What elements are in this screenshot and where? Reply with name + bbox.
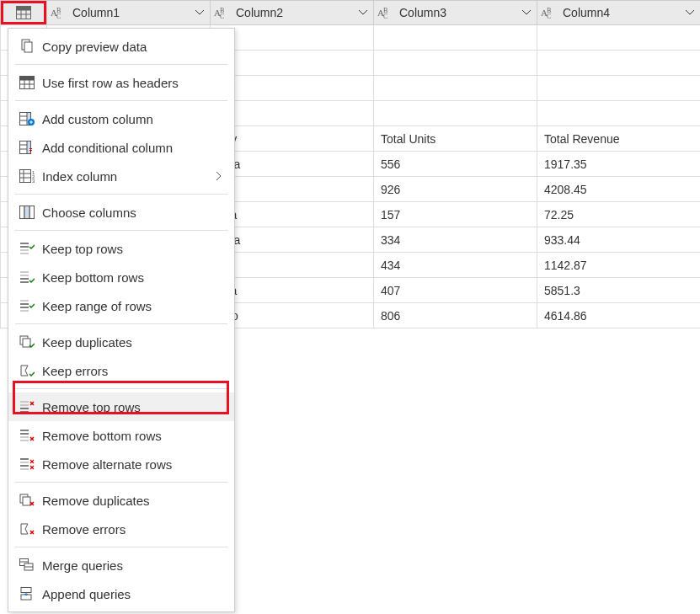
table-cell[interactable]: Total Units xyxy=(374,126,537,152)
svg-rect-78 xyxy=(21,588,31,593)
menu-choose-columns[interactable]: Choose columns xyxy=(8,198,234,227)
menu-label: Remove duplicates xyxy=(37,494,226,508)
table-cell[interactable] xyxy=(537,101,701,126)
menu-merge-queries[interactable]: Merge queries xyxy=(8,551,234,579)
menu-label: Keep top rows xyxy=(37,242,226,256)
table-cell[interactable]: Total Revenue xyxy=(537,126,701,152)
menu-separator xyxy=(15,482,227,483)
menu-index-column[interactable]: 123 Index column xyxy=(8,162,234,190)
column-name: Column2 xyxy=(232,6,355,19)
menu-keep-range-of-rows[interactable]: Keep range of rows xyxy=(8,291,234,320)
text-type-icon: ABC xyxy=(212,6,232,19)
table-cell[interactable]: 4208.45 xyxy=(537,177,701,202)
keep-range-rows-icon xyxy=(17,299,37,312)
table-cell[interactable]: 1142.87 xyxy=(537,253,701,278)
table-cell[interactable] xyxy=(537,25,701,51)
menu-keep-errors[interactable]: Keep errors xyxy=(8,356,234,385)
menu-remove-errors[interactable]: Remove errors xyxy=(8,515,234,543)
menu-label: Keep bottom rows xyxy=(37,270,226,285)
menu-label: Remove top rows xyxy=(37,400,226,414)
table-cell[interactable]: 806 xyxy=(374,303,537,328)
table-cell[interactable] xyxy=(374,25,537,51)
append-queries-icon xyxy=(17,587,37,601)
column-filter-dropdown[interactable] xyxy=(191,4,208,21)
column-header-1[interactable]: ABC Column1 xyxy=(47,1,211,25)
menu-separator xyxy=(15,100,227,101)
table-cell[interactable]: 926 xyxy=(374,177,537,202)
menu-label: Keep errors xyxy=(37,364,226,378)
menu-label: Remove bottom rows xyxy=(37,429,226,443)
column-header-4[interactable]: ABC Column4 xyxy=(537,1,701,25)
menu-add-custom-column[interactable]: Add custom column xyxy=(8,104,234,133)
add-custom-column-icon xyxy=(17,112,37,125)
table-cell[interactable]: 157 xyxy=(374,202,537,227)
column-header-2[interactable]: ABC Column2 xyxy=(211,1,374,25)
svg-text:C: C xyxy=(56,13,61,19)
column-name: Column4 xyxy=(559,6,681,19)
menu-add-conditional-column[interactable]: Add conditional column xyxy=(8,133,234,162)
remove-duplicates-icon xyxy=(17,494,37,507)
menu-separator xyxy=(15,64,227,65)
table-cell[interactable]: 1917.35 xyxy=(537,152,701,177)
svg-rect-19 xyxy=(24,42,32,52)
table-menu-cell[interactable] xyxy=(1,1,47,25)
keep-errors-icon xyxy=(17,364,37,377)
menu-keep-top-rows[interactable]: Keep top rows xyxy=(8,234,234,263)
svg-text:C: C xyxy=(547,13,551,19)
menu-label: Keep duplicates xyxy=(37,335,226,350)
keep-duplicates-icon xyxy=(17,335,37,349)
remove-alternate-rows-icon xyxy=(17,457,37,471)
menu-separator xyxy=(15,323,227,324)
column-filter-dropdown[interactable] xyxy=(355,4,371,21)
menu-separator xyxy=(15,194,227,195)
column-name: Column1 xyxy=(69,6,191,19)
menu-use-first-row-as-headers[interactable]: Use first row as headers xyxy=(8,68,234,97)
menu-separator xyxy=(15,230,227,231)
menu-label: Remove alternate rows xyxy=(37,457,226,472)
table-cell[interactable]: 556 xyxy=(374,152,537,177)
menu-remove-bottom-rows[interactable]: Remove bottom rows xyxy=(8,421,234,450)
menu-label: Add conditional column xyxy=(37,141,226,155)
column-filter-dropdown[interactable] xyxy=(518,4,535,21)
column-header-3[interactable]: ABC Column3 xyxy=(374,1,537,25)
table-cell[interactable] xyxy=(537,51,701,76)
merge-queries-icon xyxy=(17,558,37,572)
column-filter-dropdown[interactable] xyxy=(681,4,698,21)
menu-remove-alternate-rows[interactable]: Remove alternate rows xyxy=(8,450,234,478)
table-cell[interactable]: 334 xyxy=(374,227,537,253)
svg-rect-35 xyxy=(20,170,31,183)
column-name: Column3 xyxy=(396,6,518,19)
table-cell[interactable]: 933.44 xyxy=(537,227,701,253)
menu-copy-preview-data[interactable]: Copy preview data xyxy=(8,32,234,61)
menu-keep-bottom-rows[interactable]: Keep bottom rows xyxy=(8,263,234,291)
table-cell[interactable] xyxy=(537,76,701,101)
table-icon xyxy=(13,6,34,19)
menu-label: Add custom column xyxy=(37,112,226,126)
menu-label: Index column xyxy=(37,169,212,184)
keep-top-rows-icon xyxy=(17,242,37,255)
table-cell[interactable]: 407 xyxy=(374,278,537,303)
table-cell[interactable]: 4614.86 xyxy=(537,303,701,328)
menu-remove-duplicates[interactable]: Remove duplicates xyxy=(8,486,234,515)
menu-keep-duplicates[interactable]: Keep duplicates xyxy=(8,328,234,356)
table-cell[interactable]: 5851.3 xyxy=(537,278,701,303)
table-cell[interactable] xyxy=(374,101,537,126)
svg-rect-73 xyxy=(23,497,30,505)
table-cell[interactable] xyxy=(374,51,537,76)
menu-separator xyxy=(15,388,227,389)
table-cell[interactable] xyxy=(374,76,537,101)
remove-errors-icon xyxy=(17,522,37,536)
menu-label: Choose columns xyxy=(37,206,226,220)
menu-remove-top-rows[interactable]: Remove top rows xyxy=(8,392,234,421)
index-column-icon: 123 xyxy=(17,169,37,183)
table-cell[interactable]: 72.25 xyxy=(537,202,701,227)
text-type-icon: ABC xyxy=(539,6,559,19)
menu-label: Use first row as headers xyxy=(37,76,226,90)
svg-rect-34 xyxy=(27,141,31,154)
choose-columns-icon xyxy=(17,206,37,219)
svg-text:C: C xyxy=(220,13,224,19)
table-cell[interactable]: 434 xyxy=(374,253,537,278)
menu-append-queries[interactable]: Append queries xyxy=(8,579,234,608)
remove-bottom-rows-icon xyxy=(17,429,37,442)
menu-label: Remove errors xyxy=(37,522,226,537)
